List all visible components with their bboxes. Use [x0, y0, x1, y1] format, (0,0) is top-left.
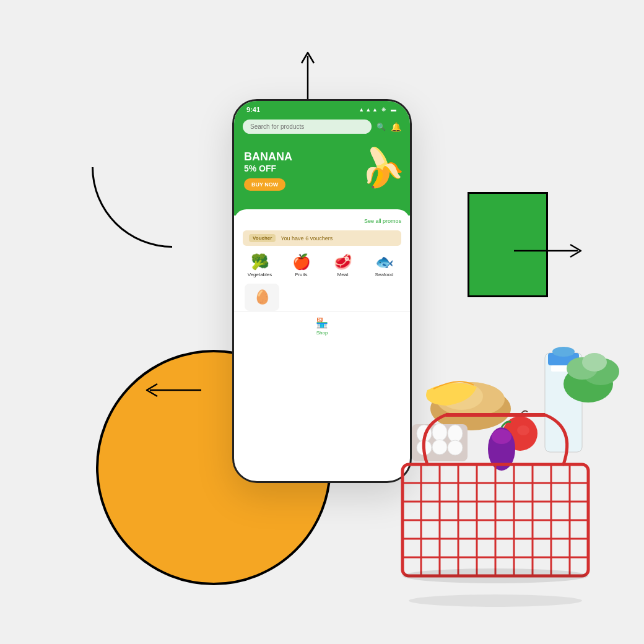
- category-meat[interactable]: 🥩 Meat: [323, 255, 362, 277]
- basket-svg: [365, 334, 625, 607]
- seafood-icon: 🐟: [375, 255, 394, 269]
- voucher-badge: Voucher: [249, 234, 276, 242]
- search-input[interactable]: [243, 120, 372, 134]
- svg-point-17: [492, 429, 511, 444]
- svg-point-21: [448, 425, 463, 442]
- arrow-right-icon: [511, 242, 585, 260]
- voucher-bar: Voucher You have 6 vouchers: [243, 230, 401, 246]
- fruits-icon: 🍎: [292, 255, 311, 269]
- category-seafood[interactable]: 🐟 Seafood: [365, 255, 404, 277]
- voucher-text: You have 6 vouchers: [281, 235, 333, 242]
- search-bar: 🔍 🔔: [234, 116, 410, 141]
- svg-point-23: [432, 440, 447, 455]
- promo-banner: BANANA 5% OFF BUY NOW 🍌: [234, 141, 410, 215]
- category-vegetables[interactable]: 🥦 Vegetables: [240, 255, 279, 277]
- seafood-label: Seafood: [375, 272, 394, 277]
- status-time: 9:41: [246, 106, 260, 113]
- milk-eggs-image: 🥚: [245, 284, 279, 311]
- see-all-promos-link[interactable]: See all promos: [364, 218, 401, 224]
- category-fruits[interactable]: 🍎 Fruits: [282, 255, 321, 277]
- meat-icon: 🥩: [334, 255, 352, 269]
- search-icon: 🔍: [376, 123, 386, 131]
- content-section: See all promos Voucher You have 6 vouche…: [234, 209, 410, 339]
- svg-point-10: [582, 353, 607, 372]
- meat-label: Meat: [337, 272, 349, 277]
- vegetables-icon: 🥦: [251, 255, 269, 269]
- nav-shop[interactable]: 🏪 Shop: [316, 317, 328, 336]
- buy-now-button[interactable]: BUY NOW: [244, 178, 285, 191]
- promos-row: See all promos: [234, 209, 410, 228]
- svg-point-20: [432, 424, 447, 441]
- grocery-basket-overlay: [365, 334, 625, 607]
- status-icons: ▲▲▲ ❋ ▬: [359, 107, 398, 113]
- shop-label: Shop: [316, 330, 328, 336]
- svg-point-6: [552, 347, 575, 357]
- fruits-label: Fruits: [295, 272, 308, 277]
- arrow-left-icon: [142, 381, 204, 399]
- vegetables-label: Vegetables: [248, 272, 272, 277]
- svg-point-42: [409, 594, 582, 607]
- shop-icon: 🏪: [316, 317, 328, 329]
- categories-row: 🥦 Vegetables 🍎 Fruits 🥩 Meat 🐟 Seafood: [234, 248, 410, 281]
- quarter-circle-decoration: [92, 167, 172, 248]
- svg-point-24: [448, 440, 463, 455]
- bell-icon[interactable]: 🔔: [391, 122, 401, 132]
- svg-point-15: [517, 425, 529, 435]
- status-bar: 9:41 ▲▲▲ ❋ ▬: [234, 101, 410, 116]
- svg-point-41: [402, 568, 588, 583]
